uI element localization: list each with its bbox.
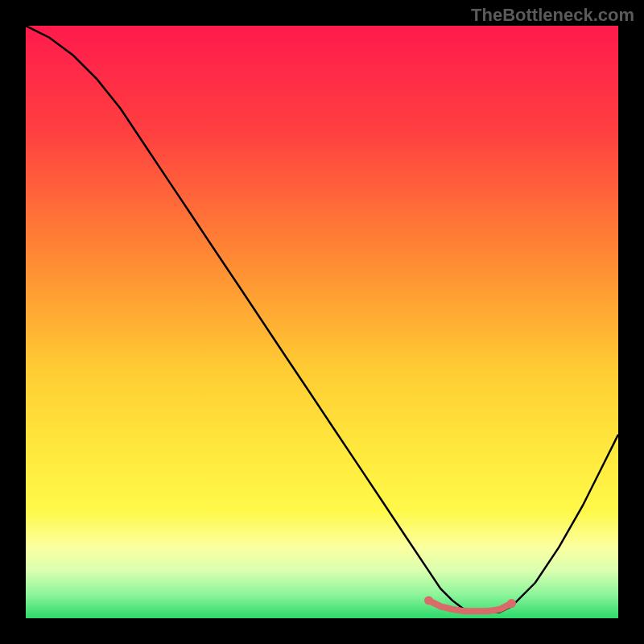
plot-area bbox=[26, 26, 618, 618]
watermark-text: TheBottleneck.com bbox=[471, 5, 634, 26]
gradient-background bbox=[26, 26, 618, 618]
optimal-marker bbox=[507, 599, 516, 608]
chart-svg bbox=[26, 26, 618, 618]
